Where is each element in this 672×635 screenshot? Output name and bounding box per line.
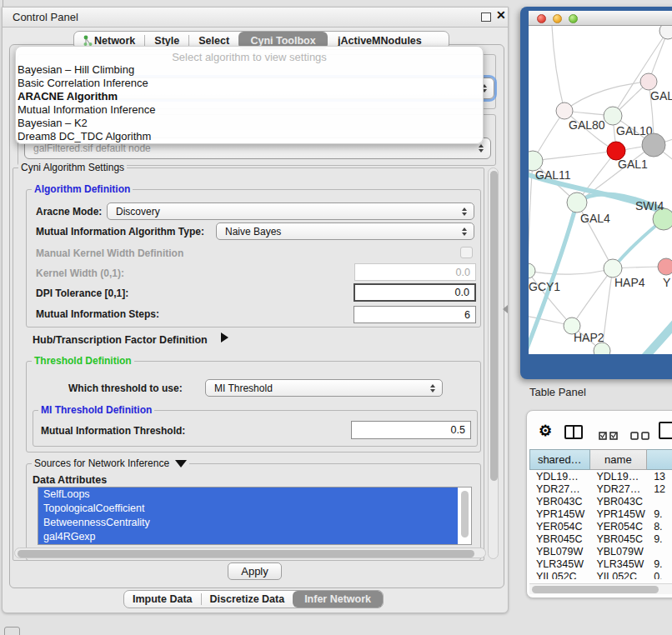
- node-gal80[interactable]: [556, 102, 573, 119]
- kernel-width-input[interactable]: 0.0: [354, 263, 476, 281]
- select-all-columns-icon[interactable]: [599, 428, 620, 437]
- network-edge[interactable]: [613, 31, 668, 116]
- splitter-collapse-icon[interactable]: [503, 305, 508, 313]
- dpi-tolerance-label: DPI Tolerance [0,1]:: [36, 288, 128, 299]
- data-attribute-item[interactable]: TopologicalCoefficient: [38, 502, 458, 516]
- table-cell: YBR045C: [529, 533, 589, 546]
- table-row[interactable]: YDR27…YDR27…12: [529, 483, 672, 496]
- network-edge[interactable]: [529, 268, 613, 274]
- deselect-all-columns-icon[interactable]: [630, 428, 652, 437]
- table-row[interactable]: YDL19…YDL19…13: [529, 471, 672, 483]
- table-cell: YER054C: [589, 521, 647, 533]
- table-header: shared… name: [529, 449, 672, 470]
- table-cell: YBL079W: [589, 546, 647, 558]
- manual-kernel-checkbox[interactable]: [460, 247, 473, 258]
- vertical-scrollbar[interactable]: [488, 168, 499, 559]
- mac-zoom-button[interactable]: [569, 14, 578, 23]
- mi-threshold-input[interactable]: 0.5: [351, 421, 471, 439]
- hub-definition-label[interactable]: Hub/Transcription Factor Definition: [33, 334, 208, 346]
- which-threshold-combobox[interactable]: MI Threshold: [205, 379, 443, 397]
- node-gcy1[interactable]: [529, 263, 535, 278]
- node-label: GAL1: [618, 158, 648, 171]
- column-header-name[interactable]: name: [590, 449, 648, 470]
- column-header-shared-name[interactable]: shared…: [529, 449, 590, 470]
- table-row[interactable]: YBR045CYBR045C9.: [529, 533, 672, 546]
- tab-impute-data[interactable]: Impute Data: [133, 593, 193, 605]
- hub-expand-icon[interactable]: [221, 332, 228, 342]
- tab-select[interactable]: Select: [198, 35, 229, 47]
- mac-minimize-button[interactable]: [553, 14, 562, 23]
- network-edge[interactable]: [572, 268, 613, 326]
- horizontal-scrollbar[interactable]: [14, 548, 486, 558]
- node-label: HAP2: [574, 331, 604, 344]
- algorithm-definition-title: Algorithm Definition: [32, 183, 133, 195]
- table-row[interactable]: YBL079WYBL079W: [529, 546, 672, 558]
- tab-style[interactable]: Style: [154, 35, 179, 47]
- node-label: Y: [663, 276, 671, 289]
- dropdown-prompt: Select algorithm to view settings: [16, 47, 483, 63]
- node-hap4[interactable]: [604, 259, 622, 278]
- table-row[interactable]: YBR043CYBR043C: [529, 496, 672, 508]
- algorithm-option[interactable]: Bayesian – Hill Climbing: [16, 63, 483, 77]
- close-icon[interactable]: ✕: [496, 8, 506, 22]
- mi-steps-input[interactable]: 6: [354, 306, 476, 323]
- tab-network[interactable]: Network: [94, 35, 135, 47]
- network-edge[interactable]: [533, 151, 616, 161]
- tab-discretize-data[interactable]: Discretize Data: [210, 593, 285, 605]
- table-row[interactable]: YPR145WYPR145W9.: [529, 508, 672, 521]
- node-gal7[interactable]: [640, 73, 657, 90]
- list-vertical-scrollbar[interactable]: [461, 491, 469, 538]
- table-cell: 8.: [647, 521, 672, 533]
- new-table-icon[interactable]: [659, 422, 672, 439]
- node-label: SWI4: [635, 199, 664, 212]
- algorithm-option[interactable]: Dream8 DC_TDC Algorithm: [16, 130, 483, 143]
- algorithm-option[interactable]: Basic Correlation Inference: [16, 77, 483, 90]
- network-canvas[interactable]: GAL7GAL80GAL10GAL1GAL11GAL4SWI4HAP4YGCY1…: [529, 26, 672, 354]
- node[interactable]: [642, 133, 665, 157]
- data-attributes-list[interactable]: SelfLoopsTopologicalCoefficientBetweenne…: [38, 487, 472, 545]
- tab-jactivemnodules[interactable]: jActiveMNodules: [338, 35, 422, 47]
- table-row[interactable]: YIL052CYIL052C0.: [529, 571, 672, 579]
- table-cell: YIL052C: [589, 571, 647, 579]
- data-attribute-item[interactable]: SelfLoops: [38, 488, 458, 502]
- table-horizontal-scrollbar[interactable]: [529, 583, 672, 594]
- network-edge[interactable]: [564, 82, 649, 111]
- node[interactable]: [658, 258, 672, 275]
- data-attribute-item[interactable]: gal4RGexp: [38, 530, 458, 544]
- table-row[interactable]: YER054CYER054C8.: [529, 521, 672, 533]
- algorithm-option[interactable]: ARACNE Algorithm: [16, 90, 483, 103]
- data-attribute-item[interactable]: BetweennessCentrality: [38, 516, 458, 530]
- node-gal4[interactable]: [567, 192, 587, 212]
- node-gal10[interactable]: [604, 107, 622, 125]
- node[interactable]: [594, 342, 610, 354]
- table-cell: YER054C: [529, 521, 589, 533]
- control-panel-titlebar: Control Panel ✕: [3, 8, 508, 28]
- table-cell: YPR145W: [589, 508, 647, 521]
- tab-infer-network[interactable]: Infer Network: [293, 591, 383, 608]
- table-cell: YBR043C: [589, 496, 647, 508]
- collapse-icon[interactable]: [175, 460, 187, 468]
- gear-icon[interactable]: ⚙: [539, 423, 552, 438]
- network-edge-highlighted[interactable]: [634, 319, 672, 354]
- apply-button[interactable]: Apply: [228, 562, 282, 580]
- mi-type-combobox[interactable]: Naive Bayes: [216, 222, 474, 240]
- aracne-mode-combobox[interactable]: Discovery: [107, 202, 474, 220]
- columns-icon[interactable]: [564, 425, 583, 439]
- network-edge[interactable]: [552, 26, 564, 111]
- table-cell: YDL19…: [529, 471, 589, 483]
- table-cell: YDR27…: [529, 483, 589, 496]
- node-label: GCY1: [529, 280, 560, 293]
- dpi-tolerance-input[interactable]: 0.0: [354, 283, 476, 302]
- column-header-next[interactable]: [647, 449, 672, 470]
- float-window-icon[interactable]: [481, 12, 491, 22]
- table-cell: 9.: [647, 533, 672, 546]
- table-row[interactable]: YLR345WYLR345W9.: [529, 558, 672, 571]
- algorithm-option[interactable]: Mutual Information Inference: [16, 103, 483, 117]
- network-titlebar[interactable]: [529, 11, 672, 26]
- algorithm-option[interactable]: Bayesian – K2: [16, 117, 483, 130]
- table-cell: YDL19…: [589, 471, 647, 483]
- minimized-panel-icon[interactable]: [4, 627, 20, 635]
- mac-close-button[interactable]: [537, 14, 546, 23]
- node-label: GAL80: [569, 118, 605, 132]
- node[interactable]: [659, 26, 672, 39]
